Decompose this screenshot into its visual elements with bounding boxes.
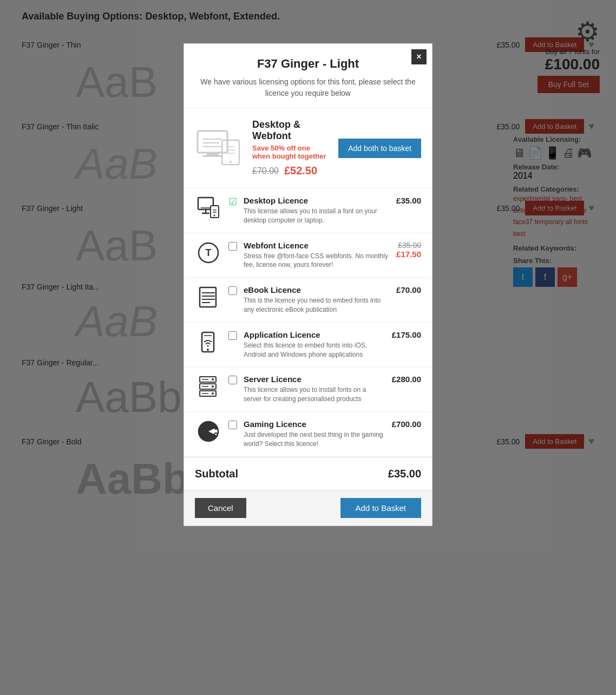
- add-both-to-basket-button[interactable]: Add both to basket: [338, 139, 421, 158]
- svg-rect-1: [207, 153, 219, 155]
- svg-point-18: [214, 215, 215, 217]
- svg-point-33: [212, 378, 214, 381]
- webfont-licence-checkbox[interactable]: [228, 242, 237, 251]
- server-licence-price: £280.00: [392, 375, 421, 384]
- bundle-section: Desktop & Webfont Save 50% off one when …: [184, 108, 432, 188]
- modal-header: F37 Ginger - Light We have various licen…: [184, 44, 432, 108]
- webfont-new-price: £17.50: [396, 250, 421, 259]
- desktop-licence-icon: [195, 196, 222, 220]
- modal-close-button[interactable]: ×: [411, 49, 427, 64]
- webfont-old-price: £35.00: [396, 241, 421, 250]
- subtotal-amount: £35.00: [388, 468, 421, 480]
- svg-point-29: [207, 345, 209, 346]
- application-licence-details: Application Licence Select this licence …: [244, 330, 385, 359]
- gaming-licence-desc: Just developed the next best thing in th…: [244, 430, 385, 449]
- desktop-licence-details: Desktop Licence This license allows you …: [244, 196, 390, 225]
- ebook-licence-icon: [195, 285, 222, 309]
- svg-rect-0: [198, 131, 227, 153]
- gaming-licence-checkbox[interactable]: [228, 421, 237, 429]
- server-licence-name: Server Licence: [244, 375, 385, 384]
- subtotal-label: Subtotal: [195, 468, 238, 480]
- desktop-licence-checked-icon[interactable]: ☑: [228, 196, 237, 208]
- application-licence-checkbox[interactable]: [228, 331, 237, 340]
- ebook-licence-details: eBook Licence This is the licence you ne…: [244, 285, 390, 314]
- ebook-licence-price: £70.00: [396, 285, 421, 294]
- server-licence-desc: This licence allows you to install fonts…: [244, 385, 385, 404]
- webfont-licence-price: £35.00 £17.50: [396, 241, 421, 259]
- subtotal-row: Subtotal £35.00: [184, 457, 432, 490]
- modal-footer: Cancel Add to Basket: [184, 490, 432, 526]
- bundle-new-price: £52.50: [284, 165, 317, 177]
- svg-point-34: [212, 385, 214, 388]
- gaming-licence-name: Gaming Licence: [244, 419, 385, 429]
- cancel-button[interactable]: Cancel: [195, 498, 246, 518]
- application-licence-price: £175.00: [392, 330, 421, 339]
- desktop-webfont-illustration: [195, 128, 244, 166]
- server-licence-details: Server Licence This licence allows you t…: [244, 375, 385, 404]
- svg-rect-2: [203, 155, 222, 157]
- server-licence-icon: [195, 375, 222, 398]
- svg-text:T: T: [206, 247, 212, 258]
- desktop-licence-desc: This license allows you to install a fon…: [244, 207, 390, 225]
- webfont-licence-details: Webfont Licence Stress free @font-face C…: [244, 241, 390, 270]
- licence-list: ☑ Desktop Licence This license allows yo…: [184, 188, 432, 457]
- application-licence-icon: [195, 330, 222, 354]
- webfont-licence-icon: T: [195, 241, 222, 265]
- licence-row-server: Server Licence This licence allows you t…: [184, 367, 432, 412]
- server-licence-checkbox[interactable]: [228, 376, 237, 384]
- svg-point-10: [230, 161, 232, 163]
- bundle-prices: £70.00 £52.50: [252, 165, 330, 177]
- licence-row-desktop: ☑ Desktop Licence This license allows yo…: [184, 188, 432, 233]
- desktop-licence-price: £35.00: [396, 196, 421, 205]
- svg-rect-21: [200, 287, 216, 307]
- bundle-info: Desktop & Webfont Save 50% off one when …: [252, 119, 330, 177]
- licence-row-webfont: T Webfont Licence Stress free @font-face…: [184, 233, 432, 278]
- svg-point-27: [207, 349, 209, 351]
- webfont-licence-desc: Stress free @font-face CSS webfonts. No …: [244, 252, 390, 270]
- ebook-licence-desc: This is the licence you need to embed fo…: [244, 296, 390, 314]
- svg-point-35: [212, 392, 214, 395]
- licence-row-gaming: Gaming Licence Just developed the next b…: [184, 412, 432, 457]
- bundle-old-price: £70.00: [252, 166, 279, 176]
- ebook-licence-checkbox[interactable]: [228, 286, 237, 295]
- gaming-licence-icon: [195, 419, 222, 443]
- application-licence-desc: Select this licence to embed fonts into …: [244, 341, 385, 359]
- webfont-licence-name: Webfont Licence: [244, 241, 390, 250]
- bundle-save-text: Save 50% off one when bought together: [252, 144, 330, 160]
- gaming-licence-price: £700.00: [392, 419, 421, 429]
- modal-overlay: × F37 Ginger - Light We have various lic…: [0, 0, 616, 695]
- licence-modal: × F37 Ginger - Light We have various lic…: [184, 43, 432, 526]
- ebook-licence-name: eBook Licence: [244, 285, 390, 294]
- modal-subtitle: We have various licensing options for th…: [195, 76, 421, 99]
- svg-point-41: [214, 433, 218, 436]
- licence-row-ebook: eBook Licence This is the licence you ne…: [184, 278, 432, 323]
- desktop-licence-name: Desktop Licence: [244, 196, 390, 205]
- add-to-basket-button[interactable]: Add to Basket: [340, 498, 421, 518]
- gaming-licence-details: Gaming Licence Just developed the next b…: [244, 419, 385, 449]
- bundle-save-highlight: Save 50%: [252, 144, 285, 152]
- licence-row-application: Application Licence Select this licence …: [184, 323, 432, 368]
- svg-point-40: [214, 427, 218, 430]
- bundle-title: Desktop & Webfont: [252, 119, 330, 142]
- modal-title: F37 Ginger - Light: [195, 57, 421, 71]
- application-licence-name: Application Licence: [244, 330, 385, 339]
- bundle-icon: [195, 128, 244, 168]
